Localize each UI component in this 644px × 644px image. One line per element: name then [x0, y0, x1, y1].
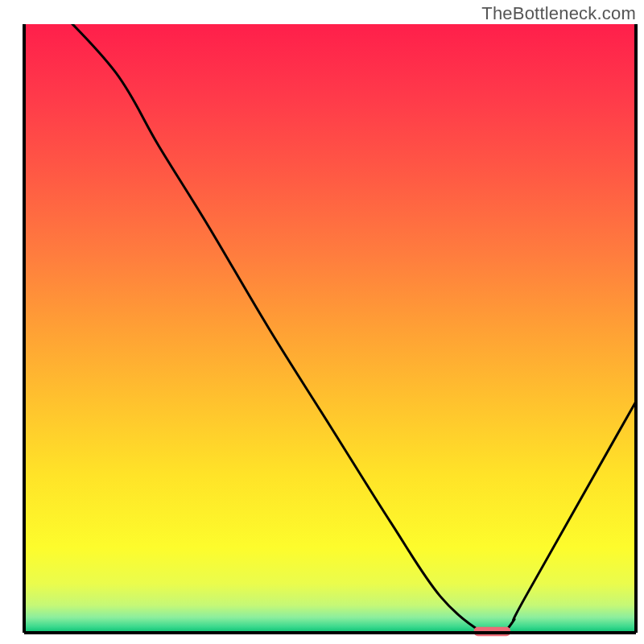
- gradient-background: [24, 24, 636, 633]
- chart-svg: [0, 0, 644, 644]
- chart-container: { "watermark": "TheBottleneck.com", "cha…: [0, 0, 644, 644]
